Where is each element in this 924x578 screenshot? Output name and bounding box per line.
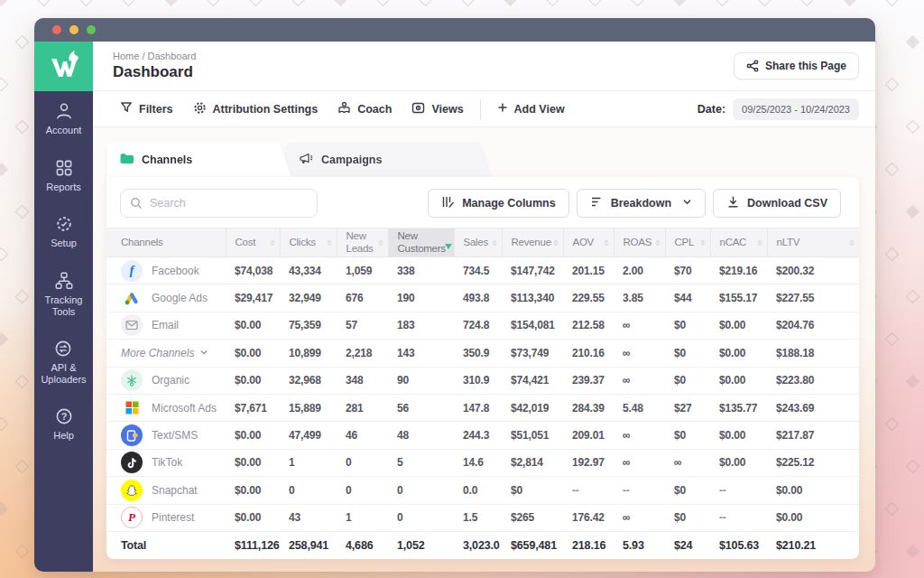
folder-icon <box>119 152 134 168</box>
sort-icon <box>604 239 609 246</box>
column-header-nltv[interactable]: nLTV <box>767 228 859 257</box>
sidebar-item-reports[interactable]: Reports <box>46 157 81 193</box>
cell: 2.00 <box>614 257 665 284</box>
cell: $0 <box>665 477 710 504</box>
column-header-sales[interactable]: Sales <box>454 228 502 257</box>
channel-cell: fFacebook <box>121 260 224 282</box>
toolbar-coach[interactable]: Coach <box>337 101 392 117</box>
channel-cell: Google Ads <box>121 287 224 309</box>
sidebar-item-tracking-tools[interactable]: TrackingTools <box>45 270 83 317</box>
tab-bar: ChannelsCampaigns <box>106 143 859 177</box>
manage-columns-button[interactable]: Manage Columns <box>428 189 569 218</box>
total-cell: $24 <box>665 531 710 558</box>
cell: $0.00 <box>767 477 859 504</box>
plus-icon <box>497 102 508 116</box>
toolbar-filters[interactable]: Filters <box>120 101 173 117</box>
cell: $225.12 <box>767 449 859 476</box>
column-header-aov[interactable]: AOV <box>563 228 614 257</box>
sort-icon <box>849 239 855 246</box>
cell: $155.17 <box>710 284 767 312</box>
sidebar-item-api-uploaders[interactable]: API &Uploaders <box>41 338 86 385</box>
cell: 43 <box>280 504 337 531</box>
cell: $29,417 <box>226 284 280 312</box>
toolbar-attribution-settings[interactable]: Attribution Settings <box>193 101 319 117</box>
column-header-revenue[interactable]: Revenue <box>502 228 563 257</box>
channel-cell: Text/SMS <box>121 424 224 446</box>
search-input[interactable]: Search <box>120 189 318 218</box>
total-cell: $111,126 <box>226 531 280 558</box>
sort-icon <box>378 239 383 246</box>
cell: $0.00 <box>226 477 280 504</box>
organic-icon <box>121 369 143 391</box>
cell: 1.5 <box>454 504 502 531</box>
minimize-window-button[interactable] <box>69 25 79 34</box>
sidebar-item-setup[interactable]: Setup <box>51 213 77 249</box>
cell: $223.80 <box>767 367 859 394</box>
download-icon <box>726 195 740 211</box>
breakdown-button[interactable]: Breakdown <box>577 189 706 218</box>
zoom-window-button[interactable] <box>87 25 96 34</box>
close-window-button[interactable] <box>52 25 61 34</box>
cell: $200.32 <box>767 257 859 284</box>
column-header-channels[interactable]: Channels <box>106 228 226 257</box>
total-cell: 258,941 <box>280 531 337 558</box>
tab-campaigns[interactable]: Campaigns <box>286 143 480 177</box>
sidebar-item-help[interactable]: ?Help <box>53 406 75 442</box>
toolbar-views[interactable]: Views <box>411 101 463 117</box>
table-row-text-sms: Text/SMS$0.0047,4994648244.3$51,051209.0… <box>106 422 859 449</box>
column-header-ncac[interactable]: nCAC <box>710 228 767 257</box>
content-area: ChannelsCampaigns Search Manage ColumnsB… <box>93 127 875 572</box>
sidebar-item-account[interactable]: Account <box>46 100 82 136</box>
cell: 210.16 <box>563 340 614 367</box>
gear-icon <box>193 101 207 117</box>
date-range-picker[interactable]: 09/25/2023 - 10/24/2023 <box>733 98 859 120</box>
cell: $73,749 <box>502 340 563 367</box>
more-channels-toggle[interactable]: More Channels <box>121 347 224 359</box>
column-header-new-leads[interactable]: New Leads <box>337 228 388 257</box>
channel-name: Organic <box>152 374 189 387</box>
column-header-cost[interactable]: Cost <box>226 228 280 257</box>
channel-name: Microsoft Ads <box>152 402 217 415</box>
coach-icon <box>337 101 351 117</box>
search-icon <box>130 197 143 210</box>
column-header-cpl[interactable]: CPL <box>665 228 710 257</box>
total-cell: 218.16 <box>563 531 614 558</box>
cell: 229.55 <box>563 284 614 312</box>
cell: $0.00 <box>767 504 859 531</box>
views-icon <box>411 101 425 117</box>
download-csv-button[interactable]: Download CSV <box>713 189 841 218</box>
text-sms-icon <box>121 424 143 446</box>
cell: 10,899 <box>280 340 337 367</box>
action-toolbar: FiltersAttribution SettingsCoachViewsAdd… <box>93 91 875 127</box>
share-page-button[interactable]: Share this Page <box>734 52 859 79</box>
cell: ∞ <box>614 449 665 476</box>
help-icon: ? <box>53 406 75 427</box>
cell: 47,499 <box>280 422 337 449</box>
chevron-down-icon <box>682 197 692 210</box>
column-header-roas[interactable]: ROAS <box>614 228 665 257</box>
page-header: Home / Dashboard Dashboard Share this Pa… <box>93 42 875 91</box>
microsoft-ads-icon <box>121 397 143 419</box>
cell: $0.00 <box>226 504 280 531</box>
cell: $27 <box>665 394 710 421</box>
breadcrumb[interactable]: Home / Dashboard <box>113 51 196 61</box>
tiktok-icon <box>121 452 143 473</box>
tab-channels[interactable]: Channels <box>106 143 280 177</box>
add-view-button[interactable]: Add View <box>497 102 565 116</box>
google-ads-icon <box>121 287 143 309</box>
cell: 0 <box>388 477 454 504</box>
window-titlebar <box>34 18 875 42</box>
column-header-new-customers[interactable]: New Customers <box>388 228 454 257</box>
table-row-facebook: fFacebook$74,03843,3341,059338734.5$147,… <box>106 257 859 284</box>
table-row-organic: Organic$0.0032,96834890310.9$74,421239.3… <box>106 367 859 394</box>
cell: -- <box>710 477 767 504</box>
cell: 147.8 <box>454 394 502 421</box>
column-header-clicks[interactable]: Clicks <box>280 228 337 257</box>
page-title: Dashboard <box>113 63 196 81</box>
cell: $70 <box>665 257 710 284</box>
total-cell: 5.93 <box>614 531 665 558</box>
channel-name: TikTok <box>152 456 182 469</box>
channel-cell: Organic <box>121 369 224 391</box>
cell: $135.77 <box>710 394 767 421</box>
brand-logo[interactable] <box>34 42 93 91</box>
